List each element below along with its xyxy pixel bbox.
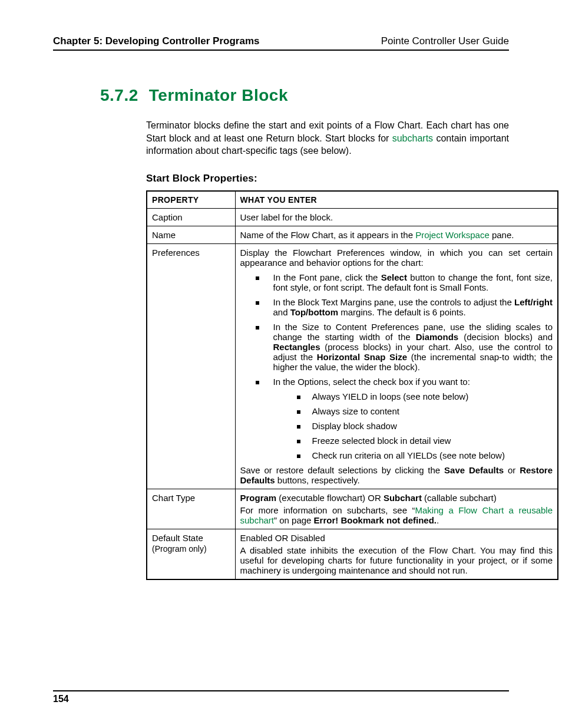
section-title: Terminator Block: [149, 86, 288, 105]
opt-check-run-criteria: Check run criteria on all YIELDs (see no…: [297, 450, 553, 460]
select-bold: Select: [381, 272, 407, 282]
page-number: 154: [53, 694, 69, 704]
page-header: Chapter 5: Developing Controller Program…: [53, 35, 509, 51]
table-row: Default State (Program only) Enabled OR …: [147, 529, 558, 579]
col-what-you-enter: WHAT YOU ENTER: [235, 191, 558, 209]
default-state-val2: A disabled state inhibits the execution …: [240, 545, 553, 575]
t: (executable flowchart) OR: [276, 493, 384, 503]
t: margins. The default is 6 points.: [338, 307, 466, 317]
diamonds-bold: Diamonds: [416, 332, 459, 342]
footer-rule: [53, 690, 509, 691]
prefs-footer: Save or restore default selections by cl…: [240, 465, 553, 485]
start-block-properties-heading: Start Block Properties:: [146, 173, 509, 185]
properties-table: PROPERTY WHAT YOU ENTER Caption User lab…: [146, 190, 558, 580]
t: In the Options, select the check box if …: [273, 377, 470, 387]
default-state-val1: Enabled OR Disabled: [240, 533, 553, 543]
project-workspace-link[interactable]: Project Workspace: [415, 230, 490, 240]
opt-freeze-block: Freeze selected block in detail view: [297, 436, 553, 446]
leftright-bold: Left/right: [514, 297, 553, 307]
t: and: [273, 307, 290, 317]
t: buttons, respectively.: [275, 475, 360, 485]
default-state-l2: (Program only): [152, 544, 230, 554]
t: Save or restore default selections by cl…: [240, 465, 445, 475]
prop-default-state: Default State (Program only): [147, 529, 235, 579]
opt-block-shadow: Display block shadow: [297, 421, 553, 431]
program-bold: Program: [240, 493, 277, 503]
val-preferences: Display the Flowchart Preferences window…: [235, 243, 558, 489]
section-number: 5.7.2: [100, 86, 138, 105]
prop-name: Name: [147, 226, 235, 243]
chapter-label: Chapter 5: Developing Controller Program…: [53, 35, 259, 47]
prefs-bullet-font: In the Font pane, click the Select butto…: [256, 272, 553, 292]
prop-caption: Caption: [147, 208, 235, 226]
t: .: [437, 515, 439, 525]
save-defaults-bold: Save Defaults: [444, 465, 504, 475]
t: In the Font pane, click the: [273, 272, 381, 282]
t: In the Block Text Margins pane, use the …: [273, 297, 515, 307]
prop-chart-type: Chart Type: [147, 489, 235, 529]
val-name: Name of the Flow Chart, as it appears in…: [235, 226, 558, 243]
col-property: PROPERTY: [147, 191, 235, 209]
default-state-l1: Default State: [152, 533, 230, 543]
t: (decision blocks) and: [458, 332, 553, 342]
topbottom-bold: Top/bottom: [290, 307, 338, 317]
opt-always-yield: Always YIELD in loops (see note below): [297, 391, 553, 401]
prefs-intro: Display the Flowchart Preferences window…: [240, 248, 553, 268]
table-row: Preferences Display the Flowchart Prefer…: [147, 243, 558, 489]
intro-paragraph: Terminator blocks define the start and e…: [146, 119, 509, 157]
name-post: pane.: [490, 230, 514, 240]
val-chart-type: Program (executable flowchart) OR Subcha…: [235, 489, 558, 529]
bookmark-error-bold: Error! Bookmark not defined.: [314, 515, 437, 525]
prefs-bullet-options: In the Options, select the check box if …: [256, 377, 553, 460]
opt-size-to-content: Always size to content: [297, 406, 553, 416]
section-heading: 5.7.2 Terminator Block: [100, 86, 509, 105]
hsnap-bold: Horizontal Snap Size: [317, 352, 407, 362]
table-row: Name Name of the Flow Chart, as it appea…: [147, 226, 558, 243]
val-caption: User label for the block.: [235, 208, 558, 226]
t: ” on page: [274, 515, 314, 525]
t: (callable subchart): [422, 493, 497, 503]
subchart-bold: Subchart: [384, 493, 422, 503]
prop-preferences: Preferences: [147, 243, 235, 489]
guide-label: Pointe Controller User Guide: [381, 35, 509, 47]
t: For more information on subcharts, see “: [240, 505, 415, 515]
table-row: Chart Type Program (executable flowchart…: [147, 489, 558, 529]
table-row: Caption User label for the block.: [147, 208, 558, 226]
name-pre: Name of the Flow Chart, as it appears in…: [240, 230, 416, 240]
subcharts-link[interactable]: subcharts: [392, 133, 433, 143]
prefs-bullet-size: In the Size to Content Preferences pane,…: [256, 322, 553, 372]
val-default-state: Enabled OR Disabled A disabled state inh…: [235, 529, 558, 579]
prefs-bullet-margins: In the Block Text Margins pane, use the …: [256, 297, 553, 317]
rectangles-bold: Rectangles: [273, 342, 320, 352]
table-header-row: PROPERTY WHAT YOU ENTER: [147, 191, 558, 209]
t: or: [504, 465, 520, 475]
